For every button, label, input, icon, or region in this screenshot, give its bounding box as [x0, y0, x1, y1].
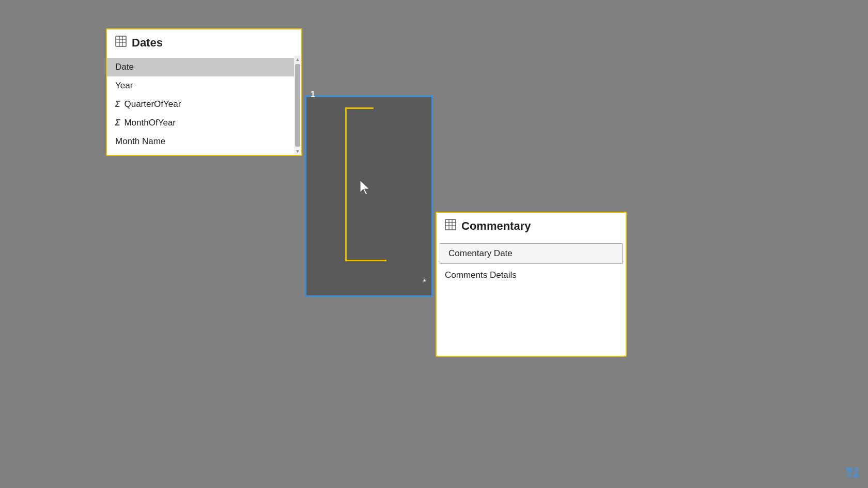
scrollbar[interactable]: ▲ ▼ [294, 56, 301, 155]
scroll-up-arrow[interactable]: ▲ [294, 56, 301, 63]
svg-rect-12 [854, 467, 859, 473]
field-date[interactable]: Date [107, 58, 301, 76]
field-month-of-year[interactable]: Σ MonthOfYear [107, 114, 301, 132]
dates-table-header: Dates [107, 29, 301, 56]
svg-rect-14 [854, 474, 859, 478]
sigma-icon-month: Σ [115, 118, 120, 128]
dates-table[interactable]: Dates ▲ ▼ Date Year Σ QuarterOfYear Σ Mo… [106, 28, 302, 156]
svg-rect-11 [847, 467, 852, 473]
relationship-star: * [423, 277, 426, 288]
field-year[interactable]: Year [107, 76, 301, 95]
scroll-down-arrow[interactable]: ▼ [294, 148, 301, 155]
dates-fields-container: ▲ ▼ Date Year Σ QuarterOfYear Σ MonthOfY… [107, 56, 301, 155]
svg-rect-5 [445, 219, 456, 230]
relationship-box: 1 * [305, 96, 433, 297]
field-date-label: Date [115, 62, 134, 72]
commentary-empty-space [437, 285, 626, 352]
rel-line-vertical [345, 107, 347, 260]
field-comentary-date-label: Comentary Date [448, 248, 513, 258]
dates-table-icon [115, 36, 127, 50]
field-quarter-label: QuarterOfYear [124, 99, 181, 109]
commentary-table[interactable]: Commentary Comentary Date Comments Detai… [436, 212, 627, 357]
field-quarter[interactable]: Σ QuarterOfYear [107, 95, 301, 114]
relationship-number: 1 [311, 90, 315, 99]
field-month-of-year-label: MonthOfYear [124, 118, 176, 128]
rel-line-top [345, 107, 374, 109]
rel-line-bottom [345, 260, 386, 261]
field-year-label: Year [115, 81, 133, 91]
field-comentary-date[interactable]: Comentary Date [440, 243, 623, 264]
field-month-name-label: Month Name [115, 136, 165, 147]
field-month-name[interactable]: Month Name [107, 132, 301, 151]
field-comments-details-label: Comments Details [445, 270, 517, 280]
commentary-table-icon [445, 219, 456, 233]
commentary-fields-container: Comentary Date Comments Details [437, 239, 626, 356]
commentary-table-title: Commentary [461, 219, 531, 233]
sigma-icon-quarter: Σ [115, 100, 120, 109]
scrollbar-thumb[interactable] [295, 64, 300, 147]
svg-rect-13 [847, 474, 852, 478]
corner-icon [846, 467, 861, 481]
dates-table-title: Dates [132, 36, 163, 50]
field-comments-details[interactable]: Comments Details [437, 266, 626, 285]
svg-rect-0 [116, 36, 126, 46]
commentary-table-header: Commentary [437, 213, 626, 239]
